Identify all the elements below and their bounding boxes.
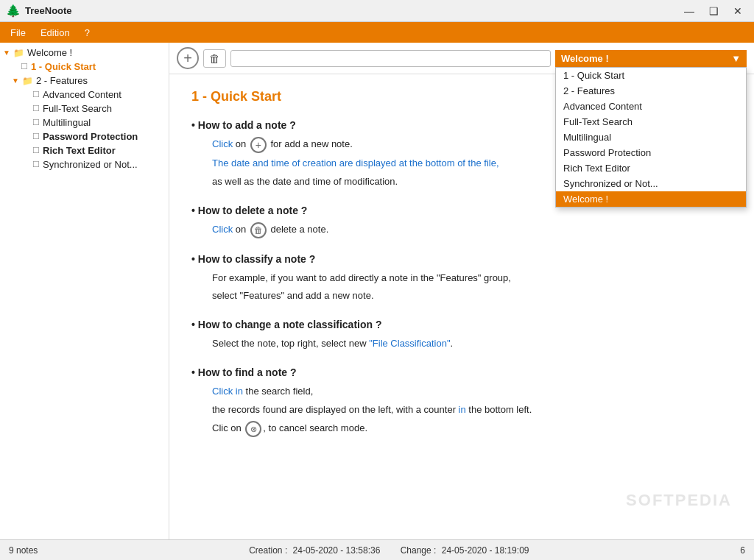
- expand-arrow-features: ▼: [12, 77, 21, 85]
- menu-edition[interactable]: Edition: [33, 26, 77, 40]
- sidebar-item-password[interactable]: ☐ Password Protection: [0, 130, 169, 143]
- close-button[interactable]: ✕: [727, 4, 748, 18]
- titlebar: 🌲 TreeNoote — ❑ ✕: [0, 0, 754, 22]
- section-heading-find: How to find a note ?: [191, 366, 732, 378]
- maximize-button[interactable]: ❑: [703, 4, 725, 18]
- expand-arrow-welcome: ▼: [3, 49, 12, 57]
- section-para-delete-1: Click on 🗑 delete a note.: [212, 222, 732, 238]
- change-date: 24-05-2020 - 18:19:09: [442, 545, 529, 556]
- cancel-search-icon: ⊗: [245, 421, 261, 437]
- note-icon-advanced: ☐: [32, 90, 40, 99]
- dropdown-item-quickstart[interactable]: 1 - Quick Start: [556, 68, 746, 83]
- sidebar-label-advanced: Advanced Content: [43, 89, 121, 100]
- classifier-button[interactable]: Welcome ! ▼: [555, 50, 747, 67]
- dropdown-arrow-icon: ▼: [731, 53, 741, 64]
- app-title: 🌲 TreeNoote: [6, 4, 72, 18]
- note-icon-multilingual: ☐: [32, 118, 40, 127]
- sidebar-label-password: Password Protection: [43, 131, 138, 142]
- app-logo: 🌲: [6, 4, 21, 18]
- section-para-find-2: the records found are displayed on the l…: [212, 403, 732, 418]
- menubar: File Edition ?: [0, 22, 754, 43]
- note-icon-quickstart: ☐: [21, 62, 28, 71]
- sidebar-label-quickstart: 1 - Quick Start: [31, 61, 96, 72]
- note-icon-fulltext: ☐: [32, 104, 40, 113]
- section-heading-classify: How to classify a note ?: [191, 253, 732, 265]
- section-find-note: How to find a note ? Click in the search…: [191, 366, 732, 437]
- sidebar-item-welcome[interactable]: ▼ 📁 Welcome !: [0, 46, 169, 60]
- app-name: TreeNoote: [25, 5, 72, 16]
- dropdown-item-multilingual[interactable]: Multilingual: [556, 130, 746, 145]
- menu-file[interactable]: File: [3, 26, 33, 40]
- dropdown-item-synchronized[interactable]: Synchronized or Not...: [556, 176, 746, 191]
- sidebar-label-fulltext: Full-Text Search: [43, 103, 112, 114]
- section-change-classification: How to change a note classification ? Se…: [191, 319, 732, 352]
- add-note-button[interactable]: +: [177, 47, 199, 69]
- folder-icon-welcome: 📁: [13, 48, 24, 58]
- creation-date: 24-05-2020 - 13:58:36: [293, 545, 381, 556]
- classifier-current-value: Welcome !: [561, 53, 609, 64]
- section-delete-note: How to delete a note ? Click on 🗑 delete…: [191, 205, 732, 238]
- window-controls: — ❑ ✕: [678, 4, 748, 18]
- section-para-find-3: Clic on ⊗, to cancel search mode.: [212, 421, 732, 437]
- sidebar-item-richeditor[interactable]: ☐ Rich Text Editor: [0, 143, 169, 157]
- menu-help[interactable]: ?: [77, 26, 97, 40]
- classifier-dropdown: Welcome ! ▼ 1 - Quick Start 2 - Features…: [555, 50, 747, 67]
- section-classify-note: How to classify a note ? For example, if…: [191, 253, 732, 305]
- section-para-find-1: Click in the search field,: [212, 384, 732, 400]
- dropdown-item-password[interactable]: Password Protection: [556, 145, 746, 160]
- creation-info: Creation : 24-05-2020 - 13:58:36 Change …: [249, 545, 529, 556]
- delete-icon: 🗑: [209, 52, 220, 65]
- sidebar-item-synchronized[interactable]: ☐ Synchronized or Not...: [0, 157, 169, 171]
- section-para-change-1: Select the note, top right, select new "…: [212, 336, 732, 352]
- notes-count: 9 notes: [9, 545, 38, 556]
- folder-icon-features: 📁: [22, 76, 33, 86]
- delete-circle-icon: 🗑: [250, 222, 267, 238]
- main-layout: ▼ 📁 Welcome ! ☐ 1 - Quick Start ▼ 📁 2 - …: [0, 43, 754, 539]
- content-area: + 🗑 Welcome ! ▼ 1 - Quick Start 2 - Feat…: [169, 43, 754, 539]
- sidebar-label-richeditor: Rich Text Editor: [43, 145, 116, 156]
- sidebar-item-advanced[interactable]: ☐ Advanced Content: [0, 88, 169, 102]
- section-heading-change: How to change a note classification ?: [191, 319, 732, 330]
- minimize-button[interactable]: —: [678, 4, 700, 18]
- dropdown-item-welcome[interactable]: Welcome !: [556, 191, 746, 207]
- note-icon-richeditor: ☐: [32, 146, 40, 155]
- sidebar-item-fulltext[interactable]: ☐ Full-Text Search: [0, 102, 169, 116]
- sidebar-label-multilingual: Multilingual: [43, 117, 91, 128]
- sidebar-label-welcome: Welcome !: [27, 47, 72, 58]
- dropdown-menu: 1 - Quick Start 2 - Features Advanced Co…: [555, 67, 747, 208]
- sidebar-item-features[interactable]: ▼ 📁 2 - Features: [0, 74, 169, 88]
- search-input[interactable]: [230, 50, 551, 67]
- dropdown-item-richeditor[interactable]: Rich Text Editor: [556, 160, 746, 176]
- delete-note-button[interactable]: 🗑: [203, 49, 226, 68]
- sidebar-label-features: 2 - Features: [36, 75, 88, 86]
- add-circle-icon: +: [250, 137, 267, 153]
- sidebar: ▼ 📁 Welcome ! ☐ 1 - Quick Start ▼ 📁 2 - …: [0, 43, 169, 539]
- section-para-classify-1: For example, if you want to add directly…: [212, 271, 732, 286]
- section-para-classify-2: select "Features" and add a new note.: [212, 288, 732, 304]
- sidebar-label-synchronized: Synchronized or Not...: [43, 159, 138, 170]
- sidebar-item-quickstart[interactable]: ☐ 1 - Quick Start: [0, 60, 169, 74]
- statusbar: 9 notes Creation : 24-05-2020 - 13:58:36…: [0, 539, 754, 560]
- note-icon-password: ☐: [32, 132, 40, 141]
- dropdown-item-advanced[interactable]: Advanced Content: [556, 99, 746, 114]
- add-icon: +: [183, 51, 192, 65]
- note-icon-synchronized: ☐: [32, 160, 40, 169]
- sidebar-item-multilingual[interactable]: ☐ Multilingual: [0, 116, 169, 130]
- toolbar: + 🗑 Welcome ! ▼ 1 - Quick Start 2 - Feat…: [169, 43, 754, 74]
- dropdown-item-fulltext[interactable]: Full-Text Search: [556, 114, 746, 130]
- page-number: 6: [740, 545, 745, 556]
- dropdown-item-features[interactable]: 2 - Features: [556, 83, 746, 99]
